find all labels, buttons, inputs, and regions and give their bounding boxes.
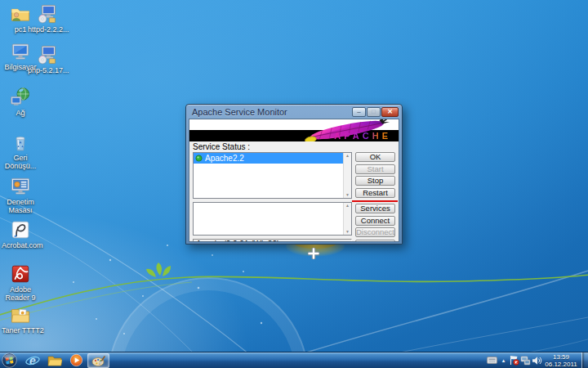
- folder-explorer-icon: [47, 354, 62, 367]
- icon-label: Denetim Masası: [2, 198, 39, 214]
- restart-button[interactable]: Restart: [355, 188, 395, 198]
- folder-documents-icon: [10, 304, 31, 325]
- desktop-icon-httpd-installer[interactable]: httpd-2.2.2...: [28, 3, 65, 34]
- desktop-icon-adobe-reader[interactable]: Adobe Reader 9: [2, 263, 39, 302]
- acrobat-icon: [10, 219, 31, 240]
- taskbar-item-internet-explorer[interactable]: e: [21, 352, 43, 368]
- desktop-icon-ag-network[interactable]: Ağ: [2, 87, 39, 117]
- start-button: Start: [355, 164, 395, 174]
- service-list: Apache2.2 ▲ ▼: [193, 152, 352, 199]
- icon-label: Geri Dönüşü...: [2, 154, 39, 170]
- apache-service-monitor-window: Apache Service Monitor – □ ✕: [185, 104, 403, 245]
- device-icon: [487, 357, 497, 364]
- action-center-icon[interactable]: [508, 352, 519, 368]
- maximize-button: □: [367, 107, 381, 117]
- volume-icon[interactable]: [531, 352, 542, 368]
- scroll-down-icon[interactable]: ▼: [345, 192, 350, 198]
- adobe-reader-icon: [10, 263, 31, 285]
- icon-label: Acrobat.com: [2, 241, 39, 249]
- recycle-bin-icon: [10, 132, 31, 153]
- installer-package-icon: [36, 44, 57, 65]
- service-list-scrollbar[interactable]: ▲ ▼: [343, 153, 351, 198]
- window-titlebar[interactable]: Apache Service Monitor – □ ✕: [189, 105, 399, 119]
- show-hidden-icons-button[interactable]: ▴: [499, 352, 508, 368]
- close-button[interactable]: ✕: [381, 107, 399, 117]
- desktop-icon-recycle-bin[interactable]: Geri Dönüşü...: [2, 132, 39, 170]
- minimize-button[interactable]: –: [352, 107, 366, 117]
- installer-package-icon: [36, 3, 57, 25]
- svg-text:e: e: [29, 354, 36, 367]
- scroll-up-icon[interactable]: ▲: [345, 153, 350, 159]
- apache-brand-text: APACHE: [334, 131, 391, 141]
- scroll-down-icon[interactable]: ▼: [345, 229, 350, 235]
- internet-explorer-icon: e: [25, 354, 40, 367]
- vine-leaves: [146, 263, 171, 277]
- messages-box: ▲ ▼: [193, 202, 352, 236]
- icon-label: httpd-2.2.2...: [28, 25, 65, 34]
- restart-annotation-line: [352, 200, 398, 202]
- service-running-icon: [195, 155, 203, 162]
- desktop-icon-php-installer[interactable]: php-5.2.17...: [28, 44, 65, 74]
- windows-start-icon: [2, 352, 17, 368]
- ok-button[interactable]: OK: [355, 152, 395, 162]
- speaker-icon: [532, 356, 542, 366]
- control-panel-icon: [10, 176, 31, 197]
- network-status-icon[interactable]: [519, 352, 531, 368]
- desktop-icon-denetim-masasi[interactable]: Denetim Masası: [2, 176, 39, 214]
- service-status-label: Service Status :: [193, 142, 395, 152]
- service-name: Apache2.2: [205, 154, 244, 163]
- connect-button[interactable]: Connect: [355, 216, 395, 226]
- show-desktop-button[interactable]: [581, 352, 588, 368]
- icon-label: php-5.2.17...: [28, 66, 65, 74]
- taskbar-item-windows-explorer[interactable]: [43, 352, 65, 368]
- taskbar-item-media-player[interactable]: [65, 352, 87, 368]
- icon-label: Taner TTTT2: [2, 326, 39, 334]
- paint-icon: [91, 355, 106, 367]
- desktop-icon-taner-folder[interactable]: Taner TTTT2: [2, 304, 39, 334]
- window-title: Apache Service Monitor: [192, 107, 352, 117]
- scroll-up-icon[interactable]: ▲: [345, 203, 350, 209]
- exit-button[interactable]: Exit: [355, 240, 395, 242]
- service-list-item[interactable]: Apache2.2: [194, 153, 343, 164]
- icon-label: Ağ: [16, 109, 24, 117]
- sparkles: [73, 245, 262, 334]
- network-globe-icon: [10, 87, 31, 108]
- flag-alert-icon: [509, 355, 519, 366]
- dialog-status-bar: Apache/2.2.21 (Win32): [193, 239, 352, 242]
- media-player-icon: [69, 353, 83, 367]
- services-button[interactable]: Services: [355, 204, 395, 213]
- icon-label: pc1: [15, 25, 27, 34]
- messages-scrollbar[interactable]: ▲ ▼: [343, 203, 351, 235]
- icon-label: Adobe Reader 9: [2, 285, 39, 302]
- taskbar-item-paint[interactable]: [87, 353, 109, 368]
- disconnect-button: Disconnect: [355, 227, 395, 237]
- stop-button[interactable]: Stop: [355, 176, 395, 186]
- network-icon: [520, 356, 531, 366]
- apache-logo-banner: APACHE: [189, 119, 399, 141]
- taskbar-clock[interactable]: 13:59 06.12.2011: [542, 353, 581, 368]
- taskbar: e: [0, 352, 588, 368]
- dialog-button-column: OK Start Stop Restart Services Connect D…: [355, 152, 395, 242]
- clock-time: 13:59: [542, 353, 580, 361]
- desktop-icon-acrobat-com[interactable]: Acrobat.com: [2, 219, 39, 249]
- start-button[interactable]: [2, 352, 18, 368]
- clock-date: 06.12.2011: [542, 361, 580, 368]
- tray-device-icon[interactable]: [485, 352, 499, 368]
